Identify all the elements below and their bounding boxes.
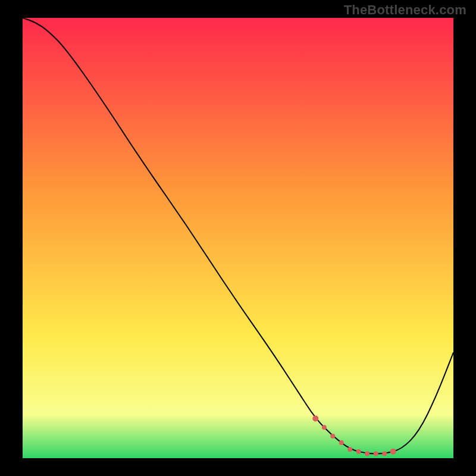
min-dot (365, 452, 369, 456)
gradient-background (23, 18, 453, 458)
min-dot (330, 434, 335, 439)
chart-frame: TheBottleneck.com (0, 0, 476, 476)
min-dot (390, 449, 396, 455)
min-dot (322, 425, 327, 430)
chart-svg (23, 18, 453, 458)
min-dot (312, 415, 318, 421)
min-dot (339, 440, 344, 445)
min-dot (374, 452, 378, 456)
plot-area (23, 18, 453, 458)
min-dot (382, 452, 387, 456)
min-dot (347, 447, 352, 452)
min-dot (356, 449, 361, 454)
watermark-label: TheBottleneck.com (344, 2, 466, 18)
